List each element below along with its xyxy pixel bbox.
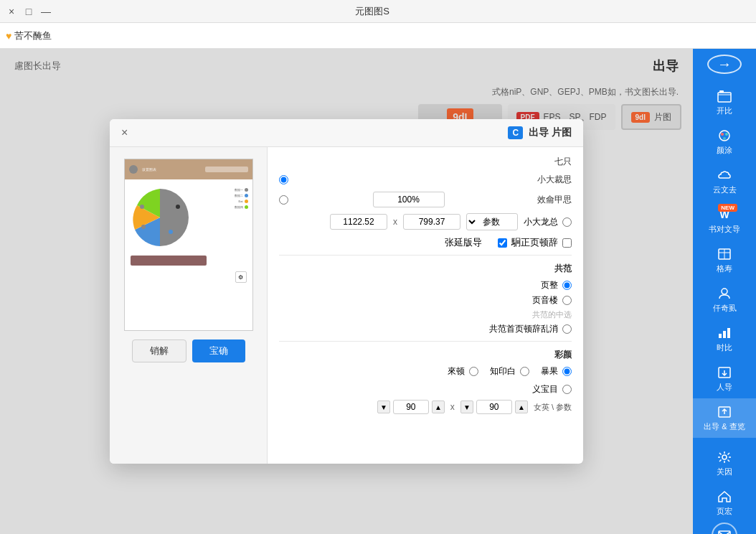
open-icon xyxy=(714,88,734,104)
range-cancel-radio[interactable] xyxy=(562,324,572,334)
custom-size-inputs: 女英 \ 参数 ▲ ▼ x ▲ ▼ xyxy=(279,400,572,414)
dialog-close-button[interactable]: × xyxy=(121,126,128,139)
maximize-button[interactable]: □ xyxy=(23,6,34,17)
color-print[interactable]: 來顿 xyxy=(448,365,478,378)
range-current-page[interactable]: 页音楼 xyxy=(279,294,572,306)
home-icon xyxy=(714,489,734,505)
range-current-label: 页音楼 xyxy=(532,294,558,306)
range-current-radio[interactable] xyxy=(562,296,572,305)
checkbox-extend[interactable] xyxy=(498,238,507,248)
height-step-down[interactable]: ▼ xyxy=(377,400,390,413)
sidebar-item-open[interactable]: 开比 xyxy=(693,83,756,122)
height-step-up[interactable]: ▲ xyxy=(432,400,445,413)
sidebar-nav-button[interactable]: → xyxy=(707,55,742,74)
svg-point-1 xyxy=(169,230,173,234)
svg-point-8 xyxy=(725,133,728,136)
mini-legend-item-2: 数据二 xyxy=(197,194,248,197)
right-sidebar: → 开比 颜涂 云文去 W NEW 书对文导 xyxy=(693,49,756,534)
preview-canvas: 设置图表 xyxy=(124,159,253,331)
import-icon xyxy=(714,365,734,380)
mini-chart-header: 设置图表 xyxy=(125,159,252,179)
range-cancel-header[interactable]: 共范首页顿辞乱消 xyxy=(279,323,572,335)
height-input[interactable] xyxy=(330,214,387,230)
color-auto[interactable]: 暴果 xyxy=(541,365,572,378)
sidebar-item-person[interactable]: 仟奇虱 xyxy=(693,280,756,319)
brand-name: 苦不醃鱼 xyxy=(14,29,52,42)
sidebar-word-label: 书对文导 xyxy=(709,224,740,235)
minimize-button[interactable]: — xyxy=(40,6,52,17)
export-icon xyxy=(714,404,734,420)
svg-rect-15 xyxy=(723,331,726,338)
sidebar-item-macro[interactable]: 页宏 xyxy=(693,483,756,523)
sidebar-item-word[interactable]: W NEW 书对文导 xyxy=(693,201,756,240)
sidebar-export-label: 出导 & 查览 xyxy=(704,421,745,432)
custom-x-separator: x xyxy=(450,402,455,412)
checkbox-page-order[interactable] xyxy=(562,238,572,248)
sidebar-open-label: 开比 xyxy=(717,106,732,116)
color-white-label: 知印白 xyxy=(490,365,516,378)
image-size-row: 小大裁思 xyxy=(279,174,572,186)
color-white[interactable]: 知印白 xyxy=(490,365,529,378)
svg-point-9 xyxy=(723,137,726,140)
range-all-radio[interactable] xyxy=(562,281,572,290)
sidebar-mail-button[interactable] xyxy=(712,523,737,534)
range-section-title: 共范 xyxy=(279,263,572,275)
sidebar-item-import[interactable]: 人导 xyxy=(693,359,756,398)
custom-size-radio-item[interactable]: 义宝目 xyxy=(532,383,572,395)
resolution-radio-input[interactable] xyxy=(279,195,288,205)
svg-point-2 xyxy=(141,225,146,229)
preview-buttons: 销解 宝确 xyxy=(132,331,245,371)
sidebar-item-palette[interactable]: 颜涂 xyxy=(693,122,756,161)
sidebar-item-chart[interactable]: 时比 xyxy=(693,319,756,359)
checkbox-label-1: 駉正页顿辞 xyxy=(511,236,558,249)
range-radio-group: 页整 页音楼 共范的中选 共范首页顿辞乱消 xyxy=(279,279,572,335)
mini-bottom-deco: ⚙ xyxy=(125,268,252,286)
chart-icon xyxy=(714,325,734,341)
dialog-overlay: 出导 片图 C × 设置图表 xyxy=(0,49,693,534)
word-icon: W NEW xyxy=(714,207,734,222)
checkbox-label-2: 张延版导 xyxy=(445,236,482,249)
sidebar-macro-label: 页宏 xyxy=(717,506,732,517)
sidebar-person-label: 仟奇虱 xyxy=(713,303,737,314)
dialog-title: 出导 片图 C xyxy=(508,126,572,139)
color-white-radio[interactable] xyxy=(520,367,529,376)
sidebar-item-cloud[interactable]: 云文去 xyxy=(693,161,756,201)
image-size-radio-input[interactable] xyxy=(279,175,288,184)
confirm-button[interactable]: 宝确 xyxy=(192,339,245,362)
app-brand: ♥ 苦不醃鱼 xyxy=(0,23,756,49)
dialog-header: 出导 片图 C × xyxy=(110,119,583,147)
resolution-row: 效龠甲思 xyxy=(279,192,572,207)
sidebar-bottom: 发送 出量 ● xyxy=(693,523,756,534)
width-input[interactable] xyxy=(403,214,460,230)
x-separator: x xyxy=(393,217,397,227)
preview-panel: 设置图表 xyxy=(110,147,268,464)
color-auto-radio[interactable] xyxy=(562,367,572,376)
width-stepper: ▲ ▼ xyxy=(460,400,528,414)
width-step-down[interactable]: ▼ xyxy=(460,400,473,413)
dimension-radio[interactable]: 小大龙总 xyxy=(524,216,572,228)
custom-width-input[interactable] xyxy=(476,400,512,414)
sidebar-item-table[interactable]: 格寿 xyxy=(693,240,756,280)
custom-height-input[interactable] xyxy=(393,400,429,414)
image-size-radio[interactable] xyxy=(279,175,288,184)
sidebar-cloud-label: 云文去 xyxy=(713,184,737,195)
range-middle-desc: 共范的中选 xyxy=(293,309,572,320)
resolution-label: 效龠甲思 xyxy=(529,194,572,206)
sidebar-item-export[interactable]: 出导 & 查览 xyxy=(693,398,756,438)
close-button[interactable]: × xyxy=(6,6,17,17)
dimension-radio-input[interactable] xyxy=(562,217,572,227)
content-area: 出导 慮图长出导 .式格niP、GNP、GEPJ、PMB如，书文图长出导 片图 … xyxy=(0,49,693,534)
separator-2 xyxy=(279,341,572,342)
cancel-button[interactable]: 销解 xyxy=(132,339,186,362)
sidebar-chart-label: 时比 xyxy=(717,342,732,353)
resolution-radio[interactable] xyxy=(279,195,288,205)
width-step-up[interactable]: ▲ xyxy=(515,400,528,413)
range-all-pages[interactable]: 页整 xyxy=(279,279,572,291)
mini-legend-item-3: Eat xyxy=(197,200,248,203)
custom-size-label: 义宝目 xyxy=(532,383,558,395)
dimension-dropdown[interactable]: 参数 xyxy=(466,213,518,230)
sidebar-item-settings[interactable]: 关因 xyxy=(693,444,756,483)
color-print-radio[interactable] xyxy=(469,367,478,376)
resolution-input[interactable] xyxy=(373,192,445,207)
custom-size-radio[interactable] xyxy=(562,385,572,394)
